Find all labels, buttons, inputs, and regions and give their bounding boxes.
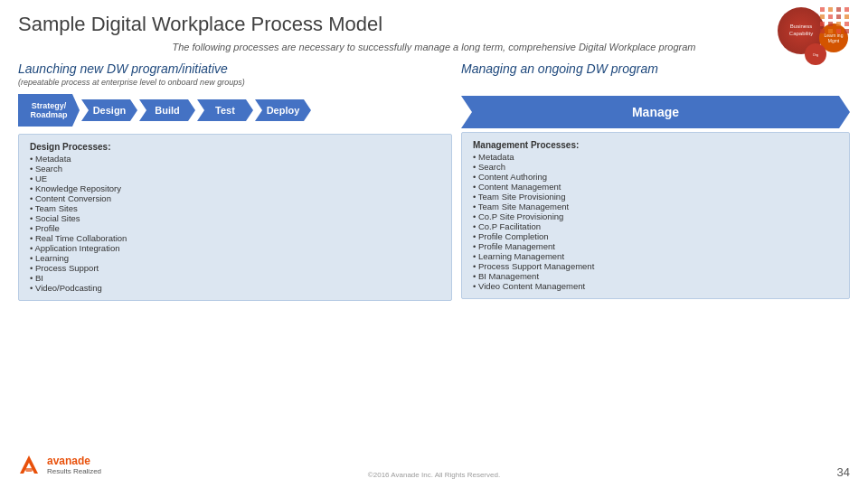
list-item: Content Conversion: [30, 193, 440, 203]
list-item: Search: [30, 164, 440, 174]
list-item: Real Time Collaboration: [30, 233, 440, 243]
left-section-title: Launching new DW program/initiative: [18, 61, 452, 76]
list-item: Process Support: [30, 263, 440, 273]
list-item: Team Sites: [30, 203, 440, 213]
list-item: Co.P Facilitation: [473, 221, 838, 231]
list-item: Profile Management: [473, 241, 838, 251]
list-item: Video Content Management: [473, 281, 838, 291]
left-section-subtitle: (repeatable process at enterprise level …: [18, 78, 452, 87]
design-box: Design: [81, 99, 137, 121]
deploy-box: Deploy: [255, 99, 311, 121]
list-item: Team Site Management: [473, 202, 838, 211]
top-logo: BusinessCapability Learn ing Mgmt Org: [778, 7, 850, 70]
logo-tagline: Results Realized: [47, 467, 101, 475]
list-item: Knowledge Repository: [30, 183, 440, 193]
management-processes-list: Metadata Search Content Authoring Conten…: [473, 152, 838, 291]
list-item: Co.P Site Provisioning: [473, 211, 838, 221]
list-item: Content Authoring: [473, 172, 838, 182]
design-processes-title: Design Processes:: [30, 142, 440, 152]
logo-name: avanade: [47, 455, 101, 467]
left-section: Launching new DW program/initiative (rep…: [18, 61, 452, 301]
page-number: 34: [837, 465, 850, 479]
list-item: Learning Management: [473, 251, 838, 261]
page-title: Sample Digital Workplace Process Model: [0, 0, 868, 42]
logo-text-area: avanade Results Realized: [47, 455, 101, 475]
list-item: Video/Podcasting: [30, 283, 440, 293]
design-processes-list: Metadata Search UE Knowledge Repository …: [30, 154, 440, 293]
process-flow: Strategy/Roadmap Design Build Test Deplo…: [18, 94, 452, 127]
main-content: Launching new DW program/initiative (rep…: [0, 61, 868, 301]
list-item: UE: [30, 174, 440, 183]
list-item: Profile Completion: [473, 231, 838, 241]
page-subtitle: The following processes are necessary to…: [0, 42, 868, 52]
list-item: Team Site Provisioning: [473, 192, 838, 202]
management-processes-title: Management Processes:: [473, 140, 838, 150]
list-item: Metadata: [473, 152, 838, 162]
copyright-text: ©2016 Avanade Inc. All Rights Reserved.: [368, 471, 500, 479]
test-box: Test: [197, 99, 253, 121]
avanade-logo-icon: [16, 452, 42, 477]
logo-area: avanade Results Realized: [16, 452, 101, 477]
build-box: Build: [139, 99, 195, 121]
design-processes-box: Design Processes: Metadata Search UE Kno…: [18, 134, 452, 301]
manage-box: Manage: [461, 96, 850, 128]
list-item: Learning: [30, 253, 440, 263]
small-circle-2: Org: [805, 43, 826, 65]
list-item: Content Management: [473, 182, 838, 192]
strategy-box: Strategy/Roadmap: [18, 94, 80, 127]
dots-decoration: [820, 7, 850, 33]
list-item: Profile: [30, 223, 440, 233]
right-section: Managing an ongoing DW program Manage Ma…: [461, 61, 850, 301]
list-item: BI Management: [473, 271, 838, 281]
list-item: Search: [473, 162, 838, 172]
list-item: Social Sites: [30, 213, 440, 223]
management-processes-box: Management Processes: Metadata Search Co…: [461, 132, 850, 299]
list-item: Application Integration: [30, 243, 440, 253]
list-item: BI: [30, 273, 440, 283]
list-item: Metadata: [30, 154, 440, 164]
list-item: Process Support Management: [473, 261, 838, 271]
